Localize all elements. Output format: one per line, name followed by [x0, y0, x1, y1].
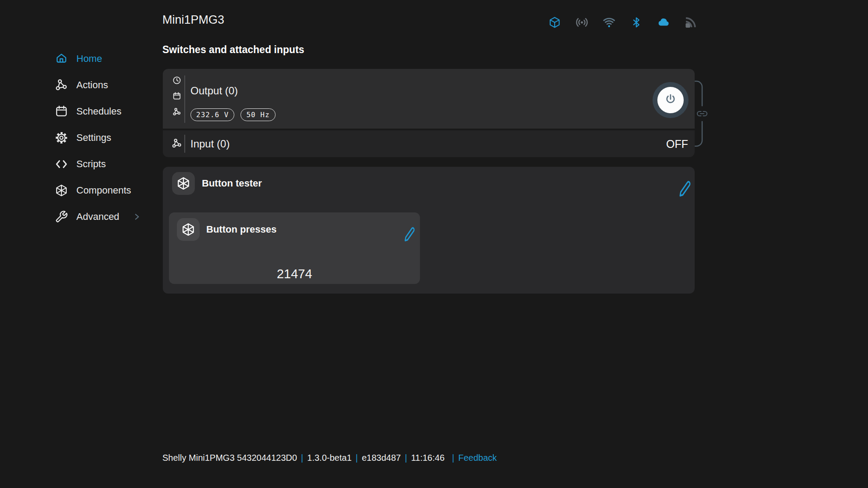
divider	[184, 135, 185, 153]
sidebar-item-label: Components	[76, 185, 131, 196]
input-title: Input (0)	[190, 138, 230, 150]
output-badges: 232.6 V 50 Hz	[190, 108, 276, 121]
footer-separator: |	[405, 453, 407, 463]
calendar-icon	[172, 92, 181, 100]
button-tester-title: Button tester	[202, 172, 262, 195]
actions-icon	[172, 138, 182, 149]
divider	[184, 75, 185, 123]
voltage-badge: 232.6 V	[190, 108, 234, 121]
shelly-device-page: Mini1PMG3	[0, 0, 868, 488]
power-button[interactable]	[653, 82, 689, 118]
feedback-link[interactable]: Feedback	[458, 453, 497, 463]
package-icon	[181, 222, 195, 237]
footer-separator: |	[452, 453, 454, 463]
frequency-badge: 50 Hz	[240, 108, 275, 121]
footer-firmware-version: 1.3.0-beta1	[307, 453, 352, 463]
button-tester-card: Button tester Button presses	[163, 167, 695, 294]
mqtt-icon	[684, 16, 697, 29]
footer: Shelly Mini1PMG3 5432044123D0 | 1.3.0-be…	[162, 453, 497, 463]
sidebar-item-label: Actions	[76, 79, 108, 91]
sidebar-item-settings[interactable]: Settings	[55, 129, 111, 147]
broadcast-icon	[575, 16, 588, 29]
actions-icon	[55, 79, 68, 92]
clock-icon	[172, 76, 181, 85]
edit-button-presses-button[interactable]	[403, 224, 416, 242]
sidebar-item-advanced[interactable]: Advanced	[55, 208, 141, 226]
section-title: Switches and attached inputs	[162, 44, 304, 56]
button-presses-title: Button presses	[206, 218, 276, 241]
gear-icon	[55, 131, 68, 144]
output-title: Output (0)	[190, 85, 238, 97]
device-cube-icon	[548, 16, 561, 29]
wifi-icon	[603, 16, 616, 29]
switch-card: Output (0) 232.6 V 50 Hz	[163, 69, 695, 157]
sidebar-item-schedules[interactable]: Schedules	[55, 102, 122, 121]
wrench-icon	[55, 210, 68, 223]
button-presses-card: Button presses 21474	[169, 212, 420, 284]
footer-separator: |	[355, 453, 358, 463]
home-icon	[55, 52, 68, 65]
input-row: Input (0) OFF	[163, 130, 695, 157]
cloud-icon	[657, 16, 670, 29]
power-icon	[657, 87, 684, 113]
sidebar-item-home[interactable]: Home	[55, 50, 102, 68]
footer-build-hash: e183d487	[362, 453, 401, 463]
sidebar-item-actions[interactable]: Actions	[55, 76, 108, 94]
link-icon	[697, 111, 707, 116]
package-icon	[55, 184, 68, 197]
footer-time: 11:16:46	[411, 453, 445, 463]
footer-separator: |	[301, 453, 303, 463]
sidebar-item-label: Advanced	[76, 211, 119, 222]
input-state-value: OFF	[666, 137, 688, 150]
chevron-right-icon	[133, 213, 141, 221]
link-bracket	[695, 80, 715, 147]
bluetooth-icon	[630, 16, 643, 29]
actions-icon	[172, 108, 181, 116]
output-row: Output (0) 232.6 V 50 Hz	[163, 69, 695, 129]
code-icon	[55, 158, 68, 171]
output-feature-icons	[172, 76, 181, 116]
package-icon	[176, 176, 190, 190]
status-bar	[548, 16, 697, 29]
button-presses-value: 21474	[169, 267, 420, 281]
component-tile	[177, 218, 200, 241]
sidebar-item-label: Schedules	[76, 106, 122, 117]
component-tile	[172, 172, 195, 195]
sidebar-item-label: Scripts	[76, 158, 106, 170]
calendar-icon	[55, 105, 68, 118]
sidebar-item-label: Home	[76, 53, 102, 65]
page-title: Mini1PMG3	[162, 13, 224, 27]
footer-device-id: Shelly Mini1PMG3 5432044123D0	[162, 453, 297, 463]
sidebar: Home Actions Schedules	[0, 0, 154, 488]
edit-button-tester-button[interactable]	[678, 177, 692, 197]
sidebar-item-scripts[interactable]: Scripts	[55, 155, 106, 173]
sidebar-item-label: Settings	[76, 132, 111, 144]
sidebar-item-components[interactable]: Components	[55, 181, 131, 200]
